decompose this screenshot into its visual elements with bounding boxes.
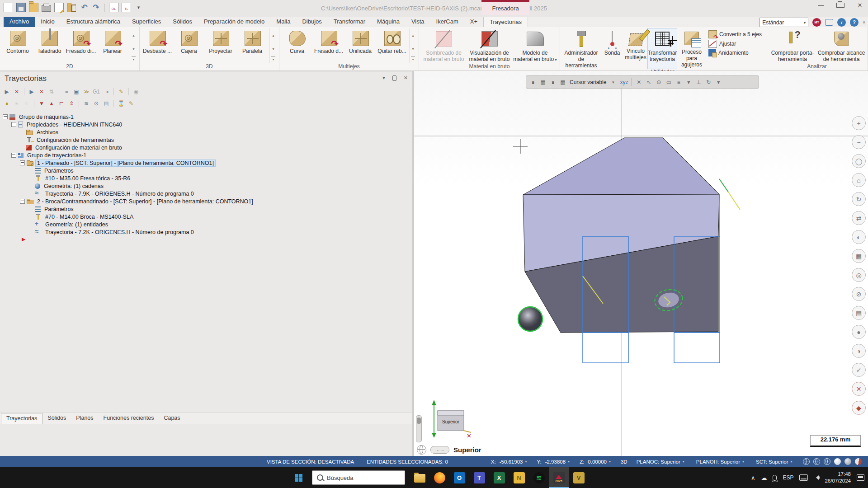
status-segment[interactable]: PLANOH: Superior▾ — [696, 459, 744, 465]
clock[interactable]: 17:48 26/07/2024 — [825, 471, 851, 484]
snap-rotate-icon[interactable]: ↻ — [705, 79, 712, 85]
language-indicator[interactable]: ESP — [783, 474, 793, 481]
tab-archivo[interactable]: Archivo — [4, 17, 35, 27]
tree-row[interactable]: Propiedades - HEIDENHAIN iTNC640 — [0, 121, 412, 128]
select-by-toolpath-icon[interactable]: ≋ — [82, 99, 90, 108]
section-view-button[interactable]: ⊘ — [852, 287, 866, 301]
redo-icon[interactable]: ↷ — [92, 3, 100, 12]
snap-perpendicular-icon[interactable]: ⊥ — [695, 79, 702, 85]
close-panel-icon[interactable]: ✕ — [404, 75, 408, 81]
tab-malla[interactable]: Malla — [270, 17, 296, 27]
close-button-icon[interactable]: ✕ — [856, 2, 863, 9]
lock-operations-icon[interactable]: ∎ — [3, 99, 11, 108]
status-half-icon-5[interactable] — [855, 458, 862, 465]
edit-common-parameters-icon[interactable]: ✎ — [117, 88, 125, 96]
taskbar-app-mastercam-2025[interactable]: 2025 — [549, 467, 569, 488]
status-segment[interactable]: ENTIDADES SELECCIONADAS: 0 — [367, 459, 448, 465]
panel-tab-funciones-recientes[interactable]: Funciones recientes — [99, 413, 159, 424]
tab-superficies[interactable]: Superficies — [126, 17, 167, 27]
status-white-icon-3[interactable] — [834, 458, 841, 465]
rotate-view-button[interactable]: ↻ — [852, 192, 866, 206]
verify-icon[interactable]: ▣ — [72, 88, 80, 96]
ribbon-small-button-anidamiento[interactable]: Anidamiento — [708, 49, 762, 56]
status-segment[interactable]: PLANOC: Superior▾ — [637, 459, 684, 465]
tree-row[interactable]: 2 - Broca/Contramandrinado - [SCT: Super… — [0, 197, 412, 205]
ribbon-button-desbaste[interactable]: Desbaste ... — [142, 28, 173, 63]
ribbon-small-button-ajustar[interactable]: Ajustar — [708, 40, 762, 48]
taskbar-app-file-explorer[interactable] — [410, 467, 429, 488]
tab-x[interactable]: X+ — [464, 17, 483, 27]
ribbon-button-quitar-reb[interactable]: Quitar reb... — [377, 28, 407, 63]
expander-icon[interactable] — [3, 114, 8, 119]
ribbon-button-cajera[interactable]: Cajera — [174, 28, 204, 63]
start-button[interactable] — [289, 467, 307, 488]
tree-row[interactable]: Grupo de trayectorias-1 — [0, 151, 412, 159]
undo-icon[interactable]: ↶ — [80, 3, 89, 12]
cursor-dropdown-chevron-icon[interactable]: ▾ — [610, 80, 616, 84]
shading-button[interactable]: ◐ — [852, 230, 866, 244]
taskbar-app-media-app[interactable]: V — [569, 467, 589, 488]
tree-row[interactable]: Configuración de material en bruto — [0, 144, 412, 151]
tree-row[interactable]: #70 - M14.00 Broca - MS1400-SLA — [0, 213, 412, 221]
status-globe-icon-1[interactable] — [813, 458, 820, 465]
toolpath-hourglass-icon[interactable]: ⌛ — [117, 99, 125, 108]
status-segment[interactable]: -2.93808▾ — [545, 459, 570, 465]
status-segment[interactable]: SCT: Superior▾ — [756, 459, 793, 465]
ribbon-button-comprobar-porta-herramienta[interactable]: Comprobar porta-herramienta — [769, 28, 816, 63]
snap-list-icon[interactable]: ≡ — [675, 79, 682, 85]
ribbon-button-planear[interactable]: Planear — [97, 28, 128, 63]
tab-m-quina[interactable]: Máquina — [371, 17, 406, 27]
my-mastercam-icon[interactable]: MY — [812, 18, 821, 27]
status-gray-icon-4[interactable] — [844, 458, 851, 465]
flyout-icon[interactable]: ▾ — [132, 56, 136, 61]
select-entity-icon[interactable]: ↖ — [646, 79, 652, 85]
more-options-icon[interactable]: ▾ — [715, 79, 722, 85]
new-file-icon[interactable] — [4, 3, 13, 12]
status-segment[interactable]: Y: — [537, 459, 541, 465]
scroll-down-icon[interactable]: ▾ — [410, 42, 416, 56]
toggle-toolpath-display-icon[interactable]: ≈ — [13, 99, 21, 108]
lock-cursor-icon[interactable]: ∎ — [530, 79, 536, 85]
tree-row[interactable]: Geometría: (1) cadenas — [0, 182, 412, 190]
tab-preparaci-n-de-modelo[interactable]: Preparación de modelo — [198, 17, 270, 27]
graphics-viewport[interactable]: Superior ✕ ∎▦∎ ▦ Cursor variable ▾ xyz ✕… — [414, 71, 868, 456]
wireframe-button[interactable]: ▦ — [852, 249, 866, 263]
select-all-operations-icon[interactable]: ▶ — [3, 88, 11, 96]
ribbon-button-contorno[interactable]: Contorno — [2, 28, 33, 63]
panel-menu-chevron-icon[interactable]: ▾ — [382, 75, 385, 81]
snap-midpoint-icon[interactable]: ▭ — [665, 79, 672, 85]
ribbon-button-comprobar-alcance-de-herramienta[interactable]: Comprobar alcance de herramienta — [817, 28, 865, 63]
center-origin-button[interactable]: ◎ — [852, 268, 866, 282]
tab-vista[interactable]: Vista — [406, 17, 430, 27]
more-icon[interactable]: ▾ — [134, 3, 143, 12]
insert-arrow-icon[interactable]: ⊏ — [57, 99, 66, 108]
move-operations-icon[interactable]: ⇅ — [47, 88, 56, 96]
ribbon-button-visualizaci-n-de-material-en-bruto[interactable]: Visualización de material en bruto — [467, 28, 512, 63]
minimize-button-icon[interactable]: — — [817, 2, 825, 9]
tab-estructura-al-mbrica[interactable]: Estructura alámbrica — [61, 17, 126, 27]
clear-snap-icon[interactable]: ✕ — [636, 79, 642, 85]
post-icon[interactable]: ≫ — [82, 88, 90, 96]
deselect-all-operations-icon[interactable]: ✕ — [13, 88, 21, 96]
pin-icon[interactable] — [392, 75, 396, 81]
regenerate-selected-icon[interactable]: ▶ — [28, 88, 36, 96]
taskbar-app-sticky-notes[interactable]: N — [509, 467, 529, 488]
restore-button-icon[interactable] — [836, 3, 844, 8]
status-segment[interactable]: 3D — [621, 459, 627, 465]
view-cycle-buttons[interactable]: ←→ — [430, 446, 449, 454]
edit-toolpath-icon[interactable]: ✎ — [127, 99, 135, 108]
microphone-icon[interactable] — [773, 475, 777, 481]
tree-row[interactable]: Parámetros — [0, 167, 412, 174]
select-by-geometry-icon[interactable]: ⊙ — [92, 99, 100, 108]
status-segment[interactable]: 0.00000▾ — [588, 459, 611, 465]
panel-tab-capas[interactable]: Capas — [159, 413, 185, 424]
wcs-globe-icon[interactable] — [417, 445, 426, 455]
status-segment[interactable]: -50.61903▾ — [500, 459, 527, 465]
tab-dibujos[interactable]: Dibujos — [296, 17, 327, 27]
status-globe-icon-0[interactable] — [803, 458, 810, 465]
viewport-zoom-slider[interactable] — [416, 415, 422, 442]
flyout-icon[interactable]: ▾ — [271, 56, 275, 61]
scroll-down-icon[interactable]: ▾ — [270, 42, 277, 56]
cursor-mode-dropdown[interactable]: Cursor variable — [570, 79, 606, 85]
analysis-check-button[interactable]: ✓ — [852, 363, 866, 377]
